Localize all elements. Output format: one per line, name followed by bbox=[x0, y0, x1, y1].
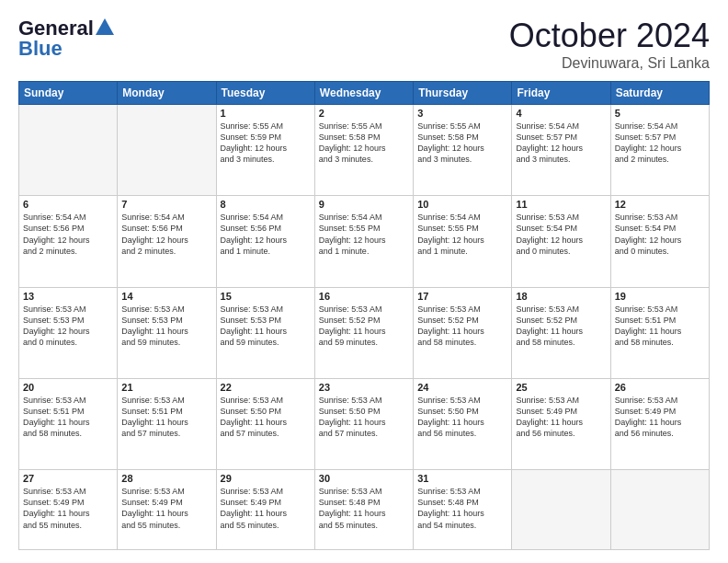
table-row: 6Sunrise: 5:54 AM Sunset: 5:56 PM Daylig… bbox=[19, 196, 118, 287]
table-row: 2Sunrise: 5:55 AM Sunset: 5:58 PM Daylig… bbox=[314, 105, 413, 196]
calendar-table: Sunday Monday Tuesday Wednesday Thursday… bbox=[18, 81, 710, 550]
day-number: 23 bbox=[319, 382, 409, 393]
day-number: 4 bbox=[516, 108, 606, 119]
cell-info: Sunrise: 5:54 AM Sunset: 5:55 PM Dayligh… bbox=[417, 212, 507, 257]
table-row: 16Sunrise: 5:53 AM Sunset: 5:52 PM Dayli… bbox=[314, 287, 413, 378]
table-row: 4Sunrise: 5:54 AM Sunset: 5:57 PM Daylig… bbox=[512, 105, 610, 196]
table-row: 29Sunrise: 5:53 AM Sunset: 5:49 PM Dayli… bbox=[216, 470, 314, 550]
cell-info: Sunrise: 5:53 AM Sunset: 5:49 PM Dayligh… bbox=[23, 486, 113, 531]
table-row: 20Sunrise: 5:53 AM Sunset: 5:51 PM Dayli… bbox=[19, 378, 118, 469]
day-number: 30 bbox=[319, 473, 409, 484]
table-row: 3Sunrise: 5:55 AM Sunset: 5:58 PM Daylig… bbox=[414, 105, 512, 196]
day-number: 3 bbox=[417, 108, 507, 119]
day-number: 29 bbox=[221, 473, 311, 484]
day-number: 25 bbox=[516, 382, 606, 393]
day-number: 28 bbox=[121, 473, 211, 484]
table-row: 17Sunrise: 5:53 AM Sunset: 5:52 PM Dayli… bbox=[414, 287, 512, 378]
table-row bbox=[19, 105, 118, 196]
location-subtitle: Devinuwara, Sri Lanka bbox=[509, 55, 710, 72]
logo-icon bbox=[96, 18, 114, 35]
cell-info: Sunrise: 5:55 AM Sunset: 5:58 PM Dayligh… bbox=[417, 121, 507, 166]
table-row: 5Sunrise: 5:54 AM Sunset: 5:57 PM Daylig… bbox=[610, 105, 709, 196]
table-row: 11Sunrise: 5:53 AM Sunset: 5:54 PM Dayli… bbox=[512, 196, 610, 287]
table-row: 22Sunrise: 5:53 AM Sunset: 5:50 PM Dayli… bbox=[216, 378, 314, 469]
day-number: 20 bbox=[23, 382, 113, 393]
col-monday: Monday bbox=[118, 82, 216, 105]
table-row bbox=[610, 470, 709, 550]
day-number: 26 bbox=[615, 382, 705, 393]
table-row: 28Sunrise: 5:53 AM Sunset: 5:49 PM Dayli… bbox=[118, 470, 216, 550]
day-number: 7 bbox=[121, 199, 211, 210]
cell-info: Sunrise: 5:53 AM Sunset: 5:49 PM Dayligh… bbox=[221, 486, 311, 531]
table-row: 25Sunrise: 5:53 AM Sunset: 5:49 PM Dayli… bbox=[512, 378, 610, 469]
day-number: 22 bbox=[221, 382, 311, 393]
cell-info: Sunrise: 5:53 AM Sunset: 5:49 PM Dayligh… bbox=[121, 486, 211, 531]
cell-info: Sunrise: 5:53 AM Sunset: 5:50 PM Dayligh… bbox=[417, 395, 507, 440]
cell-info: Sunrise: 5:54 AM Sunset: 5:57 PM Dayligh… bbox=[516, 121, 606, 166]
table-row: 30Sunrise: 5:53 AM Sunset: 5:48 PM Dayli… bbox=[314, 470, 413, 550]
table-row: 9Sunrise: 5:54 AM Sunset: 5:55 PM Daylig… bbox=[314, 196, 413, 287]
calendar-week-row: 20Sunrise: 5:53 AM Sunset: 5:51 PM Dayli… bbox=[19, 378, 710, 469]
day-number: 13 bbox=[23, 291, 113, 302]
day-number: 2 bbox=[319, 108, 409, 119]
page: General Blue October 2024 Devinuwara, Sr… bbox=[0, 0, 728, 563]
header: General Blue October 2024 Devinuwara, Sr… bbox=[18, 17, 710, 72]
col-thursday: Thursday bbox=[414, 82, 512, 105]
cell-info: Sunrise: 5:54 AM Sunset: 5:55 PM Dayligh… bbox=[319, 212, 409, 257]
day-number: 10 bbox=[417, 199, 507, 210]
col-friday: Friday bbox=[512, 82, 610, 105]
logo: General Blue bbox=[18, 17, 114, 61]
day-number: 24 bbox=[417, 382, 507, 393]
cell-info: Sunrise: 5:53 AM Sunset: 5:50 PM Dayligh… bbox=[319, 395, 409, 440]
day-number: 16 bbox=[319, 291, 409, 302]
cell-info: Sunrise: 5:54 AM Sunset: 5:57 PM Dayligh… bbox=[615, 121, 705, 166]
cell-info: Sunrise: 5:53 AM Sunset: 5:49 PM Dayligh… bbox=[615, 395, 705, 440]
calendar-week-row: 1Sunrise: 5:55 AM Sunset: 5:59 PM Daylig… bbox=[19, 105, 710, 196]
table-row: 10Sunrise: 5:54 AM Sunset: 5:55 PM Dayli… bbox=[414, 196, 512, 287]
cell-info: Sunrise: 5:53 AM Sunset: 5:53 PM Dayligh… bbox=[221, 304, 311, 349]
col-tuesday: Tuesday bbox=[216, 82, 314, 105]
cell-info: Sunrise: 5:54 AM Sunset: 5:56 PM Dayligh… bbox=[23, 212, 113, 257]
cell-info: Sunrise: 5:53 AM Sunset: 5:50 PM Dayligh… bbox=[221, 395, 311, 440]
table-row: 19Sunrise: 5:53 AM Sunset: 5:51 PM Dayli… bbox=[610, 287, 709, 378]
table-row: 26Sunrise: 5:53 AM Sunset: 5:49 PM Dayli… bbox=[610, 378, 709, 469]
cell-info: Sunrise: 5:53 AM Sunset: 5:53 PM Dayligh… bbox=[23, 304, 113, 349]
table-row: 14Sunrise: 5:53 AM Sunset: 5:53 PM Dayli… bbox=[118, 287, 216, 378]
col-wednesday: Wednesday bbox=[314, 82, 413, 105]
table-row: 12Sunrise: 5:53 AM Sunset: 5:54 PM Dayli… bbox=[610, 196, 709, 287]
day-number: 14 bbox=[121, 291, 211, 302]
table-row: 18Sunrise: 5:53 AM Sunset: 5:52 PM Dayli… bbox=[512, 287, 610, 378]
cell-info: Sunrise: 5:55 AM Sunset: 5:58 PM Dayligh… bbox=[319, 121, 409, 166]
cell-info: Sunrise: 5:53 AM Sunset: 5:52 PM Dayligh… bbox=[319, 304, 409, 349]
month-title: October 2024 bbox=[509, 17, 710, 55]
cell-info: Sunrise: 5:53 AM Sunset: 5:53 PM Dayligh… bbox=[121, 304, 211, 349]
day-number: 19 bbox=[615, 291, 705, 302]
table-row: 31Sunrise: 5:53 AM Sunset: 5:48 PM Dayli… bbox=[414, 470, 512, 550]
table-row: 7Sunrise: 5:54 AM Sunset: 5:56 PM Daylig… bbox=[118, 196, 216, 287]
cell-info: Sunrise: 5:54 AM Sunset: 5:56 PM Dayligh… bbox=[121, 212, 211, 257]
cell-info: Sunrise: 5:53 AM Sunset: 5:48 PM Dayligh… bbox=[417, 486, 507, 531]
day-number: 5 bbox=[615, 108, 705, 119]
calendar-header-row: Sunday Monday Tuesday Wednesday Thursday… bbox=[19, 82, 710, 105]
cell-info: Sunrise: 5:53 AM Sunset: 5:54 PM Dayligh… bbox=[516, 212, 606, 257]
table-row: 15Sunrise: 5:53 AM Sunset: 5:53 PM Dayli… bbox=[216, 287, 314, 378]
cell-info: Sunrise: 5:53 AM Sunset: 5:48 PM Dayligh… bbox=[319, 486, 409, 531]
cell-info: Sunrise: 5:53 AM Sunset: 5:52 PM Dayligh… bbox=[516, 304, 606, 349]
day-number: 12 bbox=[615, 199, 705, 210]
cell-info: Sunrise: 5:53 AM Sunset: 5:51 PM Dayligh… bbox=[23, 395, 113, 440]
table-row bbox=[118, 105, 216, 196]
day-number: 15 bbox=[221, 291, 311, 302]
table-row: 13Sunrise: 5:53 AM Sunset: 5:53 PM Dayli… bbox=[19, 287, 118, 378]
day-number: 18 bbox=[516, 291, 606, 302]
cell-info: Sunrise: 5:54 AM Sunset: 5:56 PM Dayligh… bbox=[221, 212, 311, 257]
table-row: 21Sunrise: 5:53 AM Sunset: 5:51 PM Dayli… bbox=[118, 378, 216, 469]
day-number: 11 bbox=[516, 199, 606, 210]
calendar-week-row: 13Sunrise: 5:53 AM Sunset: 5:53 PM Dayli… bbox=[19, 287, 710, 378]
table-row: 23Sunrise: 5:53 AM Sunset: 5:50 PM Dayli… bbox=[314, 378, 413, 469]
cell-info: Sunrise: 5:53 AM Sunset: 5:54 PM Dayligh… bbox=[615, 212, 705, 257]
col-saturday: Saturday bbox=[610, 82, 709, 105]
day-number: 27 bbox=[23, 473, 113, 484]
day-number: 21 bbox=[121, 382, 211, 393]
day-number: 6 bbox=[23, 199, 113, 210]
col-sunday: Sunday bbox=[19, 82, 118, 105]
